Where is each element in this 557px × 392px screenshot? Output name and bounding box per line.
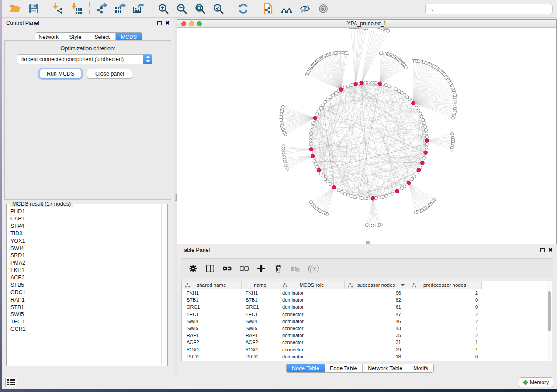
column-header-predecessor-nodes[interactable]: predecessor nodes [408,281,482,289]
table-row[interactable]: YOX1YOX1connector291 [182,346,552,353]
mcds-result-item[interactable]: RAP1 [7,296,162,304]
column-type-icon [185,283,190,288]
search-field[interactable] [425,4,553,14]
import-table-button[interactable] [70,2,83,15]
columns-icon [205,264,215,273]
splitter-grip[interactable] [175,194,177,201]
zoom-selected-button[interactable] [212,2,225,15]
zoom-selected-icon [213,3,224,14]
mcds-result-item[interactable]: SRD1 [7,252,162,259]
run-mcds-button[interactable]: Run MCDS [40,69,81,79]
binoculars-icon [281,3,292,14]
table-row[interactable]: PHD1PHD1dominator180 [182,353,552,360]
export-table-button[interactable] [114,2,127,15]
zoom-in-button[interactable] [157,2,170,15]
mcds-result-item[interactable]: SWI4 [7,244,162,252]
column-type-icon [411,283,416,288]
mcds-result-list[interactable]: PHD1CAR1STP4TID3YOX1SWI4SRD1PMA2FKH1ACE2… [7,208,162,365]
canvas-top-grip[interactable] [384,28,388,30]
mcds-result-item[interactable]: TID3 [7,230,162,237]
float-panel-icon[interactable] [540,248,545,252]
tab-network-table[interactable]: Network Table [363,364,408,372]
checked-boxes-icon [222,264,232,273]
window-close-icon[interactable] [181,21,186,26]
import-network-button[interactable] [52,2,65,15]
unselect-all-button[interactable] [239,264,249,273]
show-all-button[interactable] [317,2,330,15]
export-network-button[interactable] [95,2,108,15]
show-columns-button[interactable] [205,264,215,273]
mcds-result-item[interactable]: SWI5 [7,311,162,318]
tab-node-table[interactable]: Node Table [287,364,325,372]
refresh-button[interactable] [237,2,250,15]
column-header-successor-nodes[interactable]: successor nodes [345,281,408,289]
network-window-titlebar[interactable]: YPA_prune.txt_1 [177,20,556,28]
table-row[interactable]: ORC1ORC1dominator610 [182,303,552,310]
mcds-result-item[interactable]: FKH1 [7,267,162,274]
cell-MCDS-role: dominator [279,297,345,303]
window-minimize-icon[interactable] [189,21,194,26]
add-entry-button[interactable] [256,264,266,273]
table-row[interactable]: RAP1RAP1dominator352 [182,332,552,339]
export-image-button[interactable] [132,2,145,15]
mcds-result-item[interactable]: ACE2 [7,274,162,282]
table-scrollbar[interactable] [547,282,551,361]
select-all-button[interactable] [222,264,232,273]
column-header-shared-name[interactable]: shared name [182,281,242,289]
table-row[interactable]: FKH1FKH1dominator962 [182,289,552,296]
toolbar-separator [256,2,256,15]
save-session-button[interactable] [27,2,40,15]
tab-edge-table[interactable]: Edge Table [325,364,363,372]
float-panel-icon[interactable] [157,21,162,25]
column-header-name[interactable]: name [242,281,279,289]
find-button[interactable] [280,2,293,15]
mcds-result-item[interactable]: CAR1 [7,215,162,223]
cell-successor-nodes: 62 [345,297,408,303]
cell-shared-name: PHD1 [182,354,242,359]
new-network-from-selection-button[interactable] [262,2,275,15]
cell-shared-name: RAP1 [182,333,242,338]
mcds-result-item[interactable]: GCR1 [7,326,162,333]
close-panel-icon[interactable]: ✖ [548,248,553,252]
mcds-result-item[interactable]: STP4 [7,223,162,230]
memory-button[interactable]: Memory [519,377,553,387]
cell-shared-name: TEC1 [182,312,242,317]
table-row[interactable]: SWI5SWI5connector431 [182,325,552,332]
zoom-out-button[interactable] [175,2,188,15]
control-panel-title: Control Panel [6,20,39,26]
zoom-fit-button[interactable] [194,2,207,15]
table-row[interactable]: SWI4SWI4dominator462 [182,318,552,325]
mcds-result-item[interactable]: YOX1 [7,237,162,245]
export-network-icon [96,3,107,14]
table-row[interactable]: STB1STB1dominator620 [182,296,552,303]
cell-name: STB1 [242,297,279,303]
search-input[interactable] [436,6,550,12]
scrollbar-thumb[interactable] [548,291,551,331]
mcds-result-item[interactable]: STB5 [7,282,162,289]
open-file-button[interactable] [9,2,22,15]
mcds-result-item[interactable]: STB1 [7,303,162,311]
close-panel-icon[interactable]: ✖ [165,21,170,25]
table-settings-button[interactable] [188,264,198,273]
mcds-result-item[interactable]: TEC1 [7,318,162,326]
mcds-list-scrollbar[interactable] [161,205,167,365]
table-row[interactable]: ACE2ACE2connector311 [182,339,552,346]
delete-entry-button[interactable] [273,264,283,273]
mcds-result-item[interactable]: PHD1 [7,208,162,215]
cell-shared-name: ORC1 [182,304,242,309]
close-panel-button[interactable]: Close panel [87,69,132,79]
network-canvas[interactable] [177,28,556,244]
canvas-bottom-grip[interactable] [366,241,370,244]
cell-name: ACE2 [242,340,279,345]
table-row[interactable]: TEC1TEC1connector472 [182,311,552,318]
hide-selected-button[interactable] [298,2,311,15]
mcds-result-item[interactable]: PMA2 [7,259,162,267]
cell-MCDS-role: dominator [279,333,345,338]
task-history-button[interactable] [5,378,17,387]
window-zoom-icon[interactable] [197,21,202,26]
criterion-dropdown[interactable]: largest connected component (undirected) [17,54,152,64]
table-panel: Table Panel ✖ [177,245,557,375]
tab-motifs[interactable]: Motifs [408,364,433,372]
mcds-result-item[interactable]: ORC1 [7,289,162,296]
column-header-MCDS-role[interactable]: MCDS role [279,281,345,289]
